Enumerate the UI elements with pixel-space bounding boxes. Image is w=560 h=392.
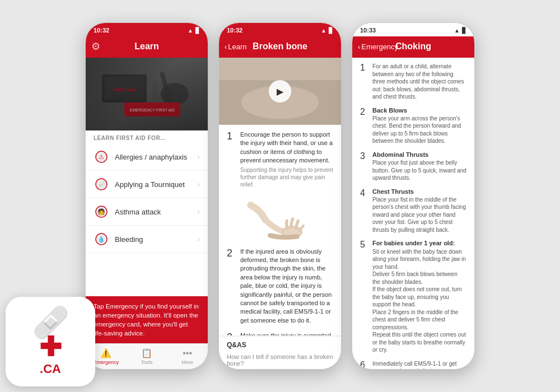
- battery-icon-1: ▊: [195, 27, 200, 34]
- choking-step-3: 3 Abdominal Thrusts Place your fist just…: [360, 151, 466, 182]
- choking-num-4: 4: [360, 188, 367, 234]
- allergies-label: Allergies / anaphylaxis: [115, 153, 192, 161]
- step-main-2: If the injured area is obviously deforme…: [240, 248, 333, 325]
- step-num-1: 1: [227, 130, 235, 188]
- step-sub-1: Supporting the injury helps to prevent f…: [240, 166, 333, 188]
- choking-step-1: 1 For an adult or a child, alternate bet…: [360, 62, 466, 101]
- tab-more[interactable]: ••• More: [167, 344, 208, 369]
- step-main-3: Make sure the injury is supported until …: [240, 332, 333, 335]
- phone-choking: 10:33 ▲ ▊ ‹ Emergency Choking 1: [352, 22, 475, 370]
- step-main-1: Encourage the person to support the inju…: [240, 130, 333, 165]
- choking-title-4: Chest Thrusts: [372, 188, 466, 195]
- asthma-icon: 🧑: [94, 204, 109, 220]
- back-label-3: Emergency: [361, 43, 398, 51]
- tab-bar-1: ⚠️ Emergency 📋 Tools ••• More: [86, 343, 208, 369]
- qas-preview: How can I tell if someone has a broken b…: [219, 351, 341, 369]
- step-content-3: Make sure the injury is supported until …: [240, 332, 333, 335]
- phones-container: 10:32 ▲ ▊ ⚙ Learn FIRST AID: [74, 11, 486, 381]
- tourniquet-label: Applying a Tourniquet: [115, 180, 192, 189]
- video-thumbnail[interactable]: ▶: [219, 58, 341, 125]
- emergency-tab-icon: ⚠️: [100, 348, 111, 358]
- back-chevron-2: ‹: [225, 43, 227, 51]
- choking-num-3: 3: [360, 151, 367, 182]
- choking-body-3: Place your fist just above the belly but…: [372, 159, 466, 182]
- choking-content-4: Chest Thrusts Place your fist in the mid…: [372, 188, 466, 234]
- back-chevron-3: ‹: [358, 43, 360, 51]
- logo-badge: 🩹 ✚ .CA: [6, 297, 95, 386]
- choking-body-5: Sit or kneel with the baby face down alo…: [372, 248, 466, 354]
- status-bar-1: 10:32 ▲ ▊: [86, 23, 208, 36]
- status-icons-1: ▲ ▊: [188, 27, 200, 34]
- choking-num-6: 6: [360, 360, 367, 369]
- choking-underline: someone is choking.: [372, 368, 465, 369]
- emergency-banner[interactable]: Tap Emergency if you find yourself in an…: [86, 296, 208, 343]
- back-label-2: Learn: [228, 43, 246, 51]
- status-icons-3: ▲ ▊: [454, 27, 466, 34]
- tab-tools[interactable]: 📋 Tools: [127, 344, 167, 369]
- tab-emergency-label: Emergency: [94, 360, 119, 365]
- step-list: 1 Encourage the person to support the in…: [219, 125, 341, 335]
- svg-text:💧: 💧: [97, 235, 105, 243]
- choking-content-2: Back Blows Place your arm across the per…: [372, 106, 466, 145]
- tools-tab-icon: 📋: [141, 348, 152, 358]
- list-item-asthma[interactable]: 🧑 Asthma attack ›: [86, 198, 208, 226]
- status-bar-2: 10:32 ▲ ▊: [219, 23, 341, 36]
- step-num-3: 3: [227, 332, 235, 335]
- svg-text:⚠: ⚠: [99, 153, 104, 160]
- hero-image: FIRST AID EMERGENCY FIRST AID: [86, 58, 208, 130]
- chevron-icon-allergies: ›: [197, 152, 200, 161]
- phone-learn: 10:32 ▲ ▊ ⚙ Learn FIRST AID: [85, 22, 208, 370]
- wifi-icon-2: ▲: [321, 27, 326, 34]
- choking-step-4: 4 Chest Thrusts Place your fist in the m…: [360, 188, 466, 234]
- choking-title-3: Abdominal Thrusts: [372, 151, 466, 158]
- nav-title-3: Choking: [395, 41, 431, 52]
- choking-content-5: For babies under 1 year old: Sit or knee…: [372, 239, 466, 353]
- choking-body-6: Immediately call EMS/9-1-1 or get someon…: [372, 360, 466, 369]
- back-button-2[interactable]: ‹ Learn: [225, 43, 247, 51]
- nav-title-1: Learn: [134, 41, 159, 52]
- arm-illustration: [227, 195, 333, 245]
- bleeding-icon: 💧: [94, 231, 109, 247]
- chevron-icon-tourniquet: ›: [197, 180, 200, 189]
- battery-icon-2: ▊: [329, 27, 333, 34]
- status-icons-2: ▲ ▊: [321, 27, 333, 34]
- choking-steps: 1 For an adult or a child, alternate bet…: [352, 58, 474, 369]
- list-item-bleeding[interactable]: 💧 Bleeding ›: [86, 226, 208, 253]
- settings-icon[interactable]: ⚙: [91, 40, 100, 53]
- choking-num-5: 5: [360, 239, 367, 353]
- bleeding-label: Bleeding: [115, 235, 192, 244]
- tab-tools-label: Tools: [141, 360, 153, 365]
- back-button-3[interactable]: ‹ Emergency: [358, 43, 398, 51]
- ca-text: .CA: [40, 362, 61, 376]
- qas-section: Q&AS: [219, 336, 341, 351]
- nav-bar-3: ‹ Emergency Choking: [352, 36, 474, 58]
- phone1-content: LEARN FIRST AID FOR... ⚠ Allergies / ana…: [86, 130, 208, 369]
- list-item-tourniquet[interactable]: 🩹 Applying a Tourniquet ›: [86, 171, 208, 198]
- arm-svg: [241, 199, 319, 241]
- choking-step-6: 6 Immediately call EMS/9-1-1 or get some…: [360, 360, 466, 369]
- more-tab-icon: •••: [183, 348, 192, 358]
- asthma-label: Asthma attack: [115, 208, 192, 216]
- time-3: 10:33: [360, 27, 376, 34]
- choking-body-4: Place your fist in the middle of the per…: [372, 196, 466, 234]
- section-label: LEARN FIRST AID FOR...: [86, 130, 208, 143]
- nav-bar-1: ⚙ Learn: [86, 36, 208, 58]
- list-item-allergies[interactable]: ⚠ Allergies / anaphylaxis ›: [86, 143, 208, 171]
- svg-text:🧑: 🧑: [97, 208, 105, 216]
- choking-body-1: For an adult or a child, alternate betwe…: [372, 63, 466, 101]
- chevron-icon-asthma: ›: [197, 207, 200, 216]
- step-3: 3 Make sure the injury is supported unti…: [227, 332, 333, 335]
- cross-icon: ✚: [39, 334, 62, 361]
- phone-broken-bone: 10:32 ▲ ▊ ‹ Learn Broken bone: [218, 22, 342, 370]
- choking-title-5: For babies under 1 year old:: [372, 239, 466, 247]
- scene: 🩹 ✚ .CA 10:32 ▲ ▊ ⚙ Learn: [0, 0, 560, 392]
- play-button[interactable]: ▶: [269, 80, 291, 102]
- battery-icon-3: ▊: [462, 27, 466, 34]
- allergies-icon: ⚠: [94, 149, 109, 165]
- choking-content-1: For an adult or a child, alternate betwe…: [372, 62, 466, 101]
- hero-overlay: [86, 58, 208, 130]
- nav-title-2: Broken bone: [253, 41, 307, 52]
- choking-step-5: 5 For babies under 1 year old: Sit or kn…: [360, 239, 466, 353]
- step-num-2: 2: [227, 248, 235, 325]
- wifi-icon-1: ▲: [188, 27, 193, 34]
